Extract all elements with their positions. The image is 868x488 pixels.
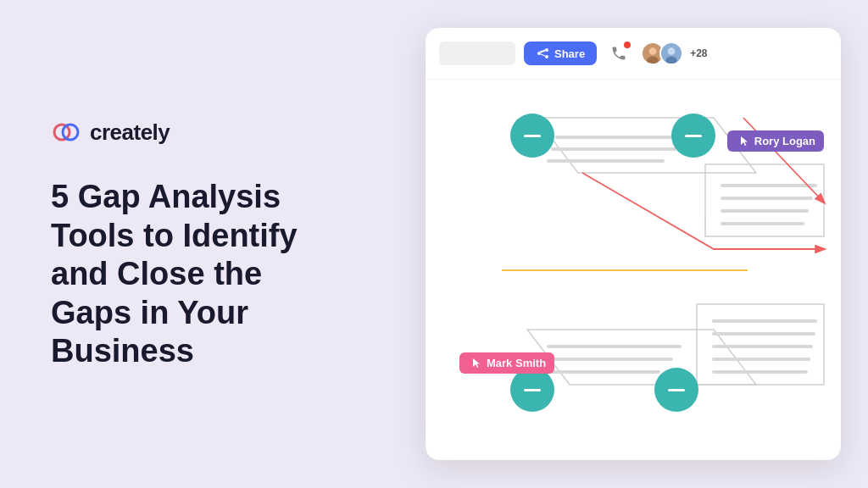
right-panel: Share [398, 0, 868, 488]
diagram-area: Rory Logan Mark Smith [426, 80, 841, 460]
svg-point-9 [647, 56, 659, 64]
cursor-icon-rory [741, 136, 749, 147]
svg-point-4 [545, 55, 548, 58]
mark-name: Mark Smith [487, 357, 546, 369]
share-label: Share [554, 47, 585, 60]
svg-point-8 [649, 47, 657, 55]
svg-marker-15 [705, 164, 824, 236]
call-button[interactable] [605, 40, 632, 67]
toolbar: Share [426, 28, 841, 80]
svg-point-3 [545, 48, 548, 52]
rory-name: Rory Logan [754, 135, 815, 147]
page-title: 5 Gap Analysis Tools to Identify and Clo… [51, 178, 348, 371]
avatar-2-image [661, 42, 682, 65]
creately-logo-icon [51, 117, 81, 147]
cursor-icon-mark [473, 358, 481, 369]
avatar-stack [641, 42, 683, 65]
svg-point-11 [668, 47, 676, 55]
avatar-count: +28 [690, 47, 707, 59]
user-label-mark: Mark Smith [459, 352, 554, 374]
share-button[interactable]: Share [524, 42, 597, 65]
svg-point-12 [665, 56, 677, 64]
logo-text: creately [90, 119, 170, 146]
teal-circle-3 [510, 368, 554, 412]
call-active-dot [624, 42, 631, 48]
diagram-card: Share [426, 28, 841, 460]
user-label-rory: Rory Logan [727, 130, 824, 152]
teal-circle-2 [671, 114, 715, 158]
svg-marker-14 [527, 330, 756, 385]
teal-circle-1 [510, 114, 554, 158]
logo-area: creately [51, 117, 348, 147]
svg-point-2 [537, 52, 541, 55]
toolbar-input-placeholder[interactable] [439, 42, 515, 65]
avatar-2 [659, 42, 683, 65]
left-panel: creately 5 Gap Analysis Tools to Identif… [0, 75, 398, 413]
avatar-group: +28 [641, 42, 707, 65]
svg-line-6 [541, 54, 545, 56]
share-icon [536, 47, 549, 60]
teal-circle-4 [654, 368, 698, 412]
